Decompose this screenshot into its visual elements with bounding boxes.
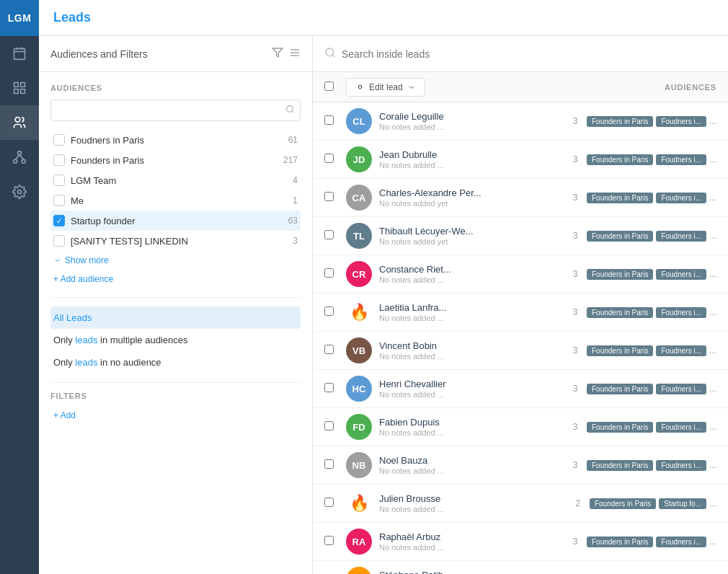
lead-checkbox-cell [324,345,346,356]
audience-search-input[interactable] [50,100,301,121]
audience-checkbox[interactable] [53,175,65,186]
lead-checkbox-cell [324,306,346,318]
avatar: NB [346,452,372,478]
lead-audience-count: 2 [571,498,585,508]
audience-tag: Founders in Paris [587,307,653,318]
filter-icon[interactable] [272,47,283,61]
lead-row[interactable]: 🔥 Julien Brousse No notes added ... 2 Fo… [313,485,728,523]
lead-info: Laetitia Lanfra... No notes added ... [379,302,568,322]
lead-checkbox[interactable] [324,115,334,125]
lead-note: No notes added ... [379,161,568,169]
avatar: JD [346,146,372,172]
nav-calendar[interactable] [0,36,39,71]
lead-row[interactable]: CR Constance Riet... No notes added ... … [313,255,728,293]
lead-checkbox[interactable] [324,230,334,239]
lead-checkbox-cell [324,192,346,203]
nav-leads[interactable] [0,105,39,140]
lead-row[interactable]: FD Fabien Dupuis No notes added ... 3 Fo… [313,408,728,446]
lead-row[interactable]: CL Coralie Leguille No notes added ... 3… [313,102,728,141]
lead-name: Vincent Bobin [379,340,568,351]
filter-item[interactable]: Only leads in no audience [50,351,301,374]
lead-note: No notes added yet [379,237,568,246]
lead-checkbox[interactable] [324,536,334,545]
lead-tags: Founders in ParisFoudners i... ... [587,345,716,356]
more-tags-indicator: ... [709,154,716,164]
lead-info: Coralie Leguille No notes added ... [379,111,568,131]
lead-tags: Founders in ParisFoudners i... ... [587,116,716,127]
lead-row[interactable]: JD Jean Dubrulle No notes added ... 3 Fo… [313,141,728,179]
avatar: SP [346,567,372,574]
more-tags-indicator: ... [709,384,716,394]
lead-name: Julien Brousse [379,493,571,504]
audience-item[interactable]: Foudners in Paris 61 [50,130,301,150]
select-all-checkbox[interactable] [324,81,334,91]
audience-checkbox[interactable] [53,154,65,166]
lead-note: No notes added yet [379,199,568,208]
highlight-text: leads [75,357,97,368]
lead-name: Laetitia Lanfra... [379,302,568,313]
lead-checkbox[interactable] [324,345,334,354]
lead-row[interactable]: CA Charles-Alexandre Per... No notes add… [313,179,728,217]
lead-row[interactable]: NB Noel Bauza No notes added ... 3 Found… [313,446,728,485]
nav-analytics[interactable] [0,71,39,105]
lead-row[interactable]: SP Stéphane Petib... No notes added ... … [313,561,728,574]
avatar: VB [346,337,372,363]
leads-search-input[interactable] [342,48,716,60]
lead-tags: Founders in ParisFoudners i... ... [587,537,716,547]
show-more-button[interactable]: Show more [50,251,301,270]
filter-item[interactable]: All Leads [50,306,301,329]
audience-checkbox[interactable] [53,195,65,206]
lead-row[interactable]: VB Vincent Bobin No notes added ... 3 Fo… [313,332,728,370]
add-filter-button[interactable]: + Add [50,407,301,423]
edit-lead-cell: Edit lead [346,78,543,97]
filter-item[interactable]: Only leads in multiple audiences [50,329,301,351]
audience-checkbox[interactable] [53,134,65,146]
lead-checkbox[interactable] [324,268,334,278]
lead-checkbox[interactable] [324,306,334,316]
lead-row[interactable]: TL Thibault Lécuyer-We... No notes added… [313,217,728,255]
lead-row[interactable]: RA Raphaël Arbuz No notes added ... 3 Fo… [313,523,728,561]
audience-count: 63 [288,216,298,226]
lead-checkbox[interactable] [324,459,334,469]
search-icon [324,47,336,61]
lead-row[interactable]: 🔥 Laetitia Lanfra... No notes added ... … [313,293,728,332]
lead-row[interactable]: HC Henri Chevallier No notes added ... 3… [313,370,728,408]
more-tags-indicator: ... [709,231,716,241]
right-panel: Edit lead AUDIENCES CL Coralie Leguille … [313,36,728,574]
page-header: Leads [39,0,728,36]
audience-item[interactable]: Founders in Paris 217 [50,150,301,170]
lead-checkbox-cell [324,536,346,547]
svg-point-8 [15,118,20,123]
lead-name: Charles-Alexandre Per... [379,187,568,198]
audience-item[interactable]: ✓ Startup founder 63 [50,211,301,231]
lead-info: Vincent Bobin No notes added ... [379,340,568,361]
edit-lead-button[interactable]: Edit lead [346,78,425,97]
audience-item[interactable]: Me 1 [50,190,301,211]
lead-checkbox[interactable] [324,192,334,201]
audience-checkbox[interactable]: ✓ [53,215,65,226]
svg-point-10 [14,159,17,163]
nav-settings[interactable] [0,175,39,209]
lead-name: Thibault Lécuyer-We... [379,226,568,237]
more-tags-indicator: ... [709,422,716,432]
layout-icon[interactable] [289,47,301,61]
audience-item[interactable]: LGM Team 4 [50,170,301,190]
audience-name: Founders in Paris [71,155,283,166]
add-audience-button[interactable]: + Add audience [50,270,301,288]
audiences-section-title: AUDIENCES [50,84,301,92]
lead-info: Henri Chevallier No notes added ... [379,379,568,399]
lead-checkbox[interactable] [324,498,334,507]
audience-checkbox[interactable] [53,235,65,247]
lead-audience-count: 3 [568,384,582,394]
lead-checkbox[interactable] [324,421,334,430]
lead-checkbox[interactable] [324,154,334,163]
nav-network[interactable] [0,140,39,175]
lead-checkbox[interactable] [324,383,334,392]
lead-note: No notes added ... [379,123,568,131]
audience-tag: Foudners i... [656,345,706,356]
page-title: Leads [53,10,91,25]
table-header: Edit lead AUDIENCES [313,72,728,102]
more-tags-indicator: ... [709,498,716,508]
svg-line-22 [332,55,334,57]
audience-item[interactable]: [SANITY TESTS] LINKEDIN 3 [50,231,301,251]
